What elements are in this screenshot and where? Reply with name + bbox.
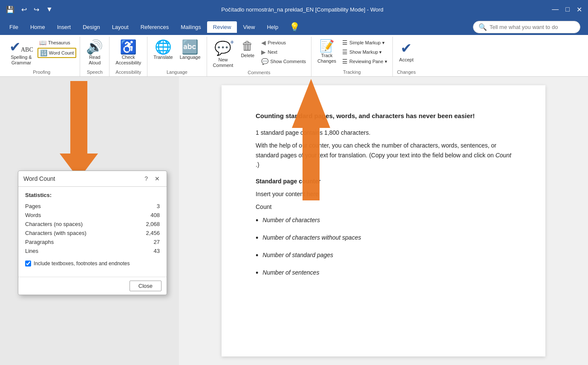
thesaurus-button[interactable]: 📖 Thesaurus bbox=[37, 38, 77, 47]
accept-button[interactable]: ✔ Accept bbox=[396, 38, 417, 64]
comments-buttons: 💬+ NewComment 🗑 Delete ◀ Previous ▶ Next bbox=[210, 37, 308, 70]
stat-value-words: 408 bbox=[135, 211, 160, 220]
dialog-close-button[interactable]: Close bbox=[130, 281, 161, 291]
delete-comment-button[interactable]: 🗑 Delete bbox=[237, 38, 258, 60]
svg-marker-0 bbox=[60, 81, 98, 179]
menu-design[interactable]: Design bbox=[77, 21, 106, 33]
language-icon: 🔤 bbox=[182, 40, 199, 54]
doc-list: Number of characters Number of character… bbox=[256, 215, 511, 279]
stat-label-chars-nospaces: Characters (no spaces) bbox=[25, 220, 135, 229]
menu-view[interactable]: View bbox=[237, 21, 261, 33]
next-icon: ▶ bbox=[261, 49, 266, 55]
dialog-footer: Close bbox=[18, 277, 167, 295]
doc-para2-text: With the help of our counter, you can ch… bbox=[256, 142, 496, 158]
lightbulb-icon[interactable]: 💡 bbox=[289, 22, 300, 32]
tell-me-bar[interactable]: 🔍 bbox=[473, 21, 580, 33]
tracking-buttons: 📝 TrackChanges ☰ Simple Markup ▾ ☰ Show … bbox=[315, 37, 389, 70]
spelling-grammar-button[interactable]: ✔ABC Spelling &Grammar bbox=[7, 38, 36, 67]
main-area: Word Count ? ✕ Statistics: Pages 3 Words… bbox=[0, 77, 588, 365]
read-aloud-button[interactable]: 🔊 ReadAloud bbox=[84, 38, 106, 67]
check-accessibility-button[interactable]: ♿ CheckAccessibility bbox=[113, 38, 144, 67]
search-icon: 🔍 bbox=[478, 23, 487, 31]
ribbon: ✔ABC Spelling &Grammar 📖 Thesaurus 🔢 Wor… bbox=[0, 35, 588, 77]
menu-references[interactable]: References bbox=[135, 21, 175, 33]
title-bar-left: 💾 ↩ ↪ ▼ bbox=[4, 5, 55, 14]
stat-value-chars-nospaces: 2,068 bbox=[135, 220, 160, 229]
spelling-icon: ✔ABC bbox=[9, 40, 33, 54]
accessibility-group-label: Accessibility bbox=[113, 70, 144, 76]
reviewing-pane-icon: ☰ bbox=[342, 58, 348, 65]
word-count-icon: 🔢 bbox=[40, 49, 47, 56]
ribbon-group-speech: 🔊 ReadAloud Speech bbox=[80, 37, 110, 76]
doc-para1: 1 standard page contains 1,800 character… bbox=[256, 128, 511, 137]
close-icon[interactable]: ✕ bbox=[575, 5, 584, 14]
word-count-button[interactable]: 🔢 Word Count bbox=[37, 48, 77, 58]
dialog-close-icon-button[interactable]: ✕ bbox=[153, 174, 161, 183]
tell-me-input[interactable] bbox=[490, 24, 575, 30]
stat-label-words: Words bbox=[25, 211, 135, 220]
stat-label-lines: Lines bbox=[25, 246, 135, 255]
show-markup-button[interactable]: ☰ Show Markup ▾ bbox=[340, 48, 389, 56]
language-button[interactable]: 🔤 Language bbox=[177, 38, 203, 62]
language-label: Language bbox=[180, 55, 201, 60]
simple-markup-icon: ☰ bbox=[342, 39, 348, 46]
include-textboxes-label: Include textboxes, footnotes and endnote… bbox=[34, 261, 130, 267]
stats-row-chars-nospaces: Characters (no spaces) 2,068 bbox=[25, 220, 160, 229]
previous-comment-button[interactable]: ◀ Previous bbox=[259, 38, 308, 47]
include-textboxes-checkbox[interactable] bbox=[25, 261, 31, 267]
stats-row-lines: Lines 43 bbox=[25, 246, 160, 255]
title-bar-right: — □ ✕ bbox=[550, 5, 584, 14]
accessibility-label: CheckAccessibility bbox=[115, 55, 141, 66]
menu-file[interactable]: File bbox=[3, 21, 24, 33]
translate-icon: 🌐 bbox=[155, 40, 172, 54]
dialog-title: Word Count bbox=[23, 175, 55, 182]
stats-label: Statistics: bbox=[25, 192, 160, 198]
thesaurus-label: Thesaurus bbox=[48, 40, 70, 45]
redo-icon[interactable]: ↪ bbox=[32, 5, 41, 14]
track-changes-button[interactable]: 📝 TrackChanges bbox=[315, 38, 339, 66]
show-comments-button[interactable]: 💬 Show Comments bbox=[259, 57, 308, 66]
simple-markup-button[interactable]: ☰ Simple Markup ▾ bbox=[340, 38, 389, 47]
read-aloud-label: ReadAloud bbox=[89, 55, 101, 66]
menu-insert[interactable]: Insert bbox=[51, 21, 77, 33]
accept-icon: ✔ bbox=[401, 40, 412, 56]
customize-qat-icon[interactable]: ▼ bbox=[44, 5, 55, 14]
undo-icon[interactable]: ↩ bbox=[20, 5, 29, 14]
doc-insert-label: Insert your content here bbox=[256, 189, 511, 199]
word-count-label: Word Count bbox=[49, 50, 74, 55]
tracking-group-label: Tracking bbox=[315, 70, 389, 76]
menu-home[interactable]: Home bbox=[24, 21, 51, 33]
include-textboxes-row: Include textboxes, footnotes and endnote… bbox=[25, 261, 160, 267]
next-comment-button[interactable]: ▶ Next bbox=[259, 48, 308, 56]
menu-mailings[interactable]: Mailings bbox=[175, 21, 207, 33]
menu-review[interactable]: Review bbox=[207, 21, 237, 33]
document-page: Counting standard pages, words, and char… bbox=[222, 85, 545, 356]
dialog-help-button[interactable]: ? bbox=[143, 174, 150, 183]
proofing-stack: 📖 Thesaurus 🔢 Word Count bbox=[37, 38, 77, 58]
language-group-label: Language bbox=[151, 70, 203, 76]
ribbon-group-tracking: 📝 TrackChanges ☰ Simple Markup ▾ ☰ Show … bbox=[311, 37, 393, 76]
restore-icon[interactable]: □ bbox=[564, 5, 571, 14]
reviewing-pane-button[interactable]: ☰ Reviewing Pane ▾ bbox=[340, 57, 389, 66]
reviewing-pane-label: Reviewing Pane ▾ bbox=[349, 59, 387, 64]
stats-row-pages: Pages 3 bbox=[25, 202, 160, 211]
changes-buttons: ✔ Accept bbox=[396, 37, 417, 70]
ribbon-group-accessibility: ♿ CheckAccessibility Accessibility bbox=[110, 37, 147, 76]
menu-layout[interactable]: Layout bbox=[106, 21, 135, 33]
list-item-3: Number of standard pages bbox=[256, 250, 511, 261]
doc-heading: Counting standard pages, words, and char… bbox=[256, 111, 511, 121]
minimize-icon[interactable]: — bbox=[550, 5, 560, 14]
read-aloud-icon: 🔊 bbox=[86, 40, 103, 54]
stat-label-chars-spaces: Characters (with spaces) bbox=[25, 229, 135, 238]
save-icon[interactable]: 💾 bbox=[4, 5, 16, 14]
new-comment-button[interactable]: 💬+ NewComment bbox=[210, 38, 236, 70]
markup-stack: ☰ Simple Markup ▾ ☰ Show Markup ▾ ☰ Revi… bbox=[340, 38, 389, 66]
proofing-buttons: ✔ABC Spelling &Grammar 📖 Thesaurus 🔢 Wor… bbox=[7, 37, 76, 70]
list-item-2: Number of characters without spaces bbox=[256, 233, 511, 243]
doc-para2: With the help of our counter, you can ch… bbox=[256, 141, 511, 169]
doc-area[interactable]: Counting standard pages, words, and char… bbox=[179, 77, 588, 365]
translate-button[interactable]: 🌐 Translate bbox=[151, 38, 175, 62]
delete-icon: 🗑 bbox=[242, 40, 254, 52]
track-changes-label: TrackChanges bbox=[317, 53, 336, 64]
menu-help[interactable]: Help bbox=[261, 21, 284, 33]
